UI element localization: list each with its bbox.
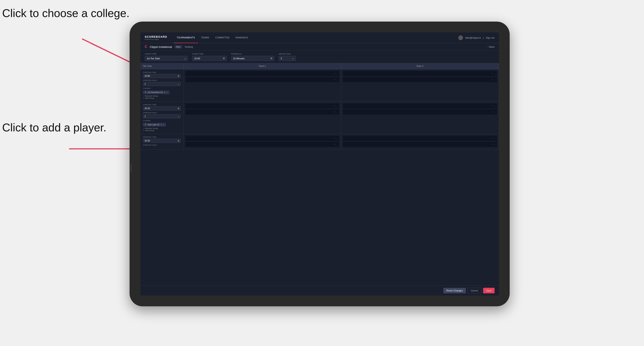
- intervals-label: Intervals: [231, 53, 274, 55]
- nav-link-committee[interactable]: COMMITTEE: [212, 32, 232, 43]
- slot-icons: ×⌄: [334, 137, 338, 140]
- separator: |: [483, 36, 484, 39]
- save-button[interactable]: Save: [483, 288, 494, 293]
- intervals-group: Intervals 10 Minutes ⊙: [231, 53, 274, 61]
- group-row-2: STARTING TIME: 10:10 ⊙ STARTING HOLE: 1 …: [140, 102, 499, 134]
- slot-icons: ×⌄: [492, 143, 496, 146]
- gender-tag: Men: [174, 45, 182, 48]
- table-header: Tee Time Team 1 Team 2: [140, 63, 499, 69]
- main-content: STARTING TIME: 10:00 ⊙ STARTING HOLE: 1 …: [140, 69, 499, 285]
- slot-icons: ×⌄: [334, 143, 338, 146]
- course-label-2: COURSE:: [143, 120, 181, 122]
- tablet-screen: SCOREBOARD Powered by clippd TOURNAMENTS…: [140, 32, 499, 296]
- course-tag-2[interactable]: 🏌 East Lake GC × ⌄: [143, 123, 166, 126]
- slot-icons: ×⌄: [334, 105, 338, 107]
- nav-bar: SCOREBOARD Powered by clippd TOURNAMENTS…: [140, 32, 499, 43]
- tournament-name: Clippd Invitational: [150, 45, 172, 48]
- player-slot-1-4[interactable]: ×⌄: [343, 77, 497, 82]
- player-slot-2-1[interactable]: ×⌄: [185, 103, 339, 109]
- player-slot-2-4[interactable]: ×⌄: [343, 109, 497, 115]
- starting-time-input-1[interactable]: 10:00 ⊙: [143, 74, 181, 78]
- start-type-input[interactable]: 1st Tee Start ⌄: [145, 56, 188, 61]
- starting-time-input-2[interactable]: 10:10 ⊙: [143, 106, 181, 110]
- course-label-1: COURSE:: [143, 87, 181, 89]
- annotation-choose-college: Click to choose a college.: [2, 6, 130, 20]
- slot-icons: ×⌄: [492, 137, 496, 140]
- slot-icons: ×⌄: [334, 111, 338, 113]
- nav-link-tournaments[interactable]: TOURNAMENTS: [174, 32, 198, 43]
- th-tee-time: Tee Time: [140, 63, 184, 69]
- player-slot-1-1[interactable]: ×⌄: [185, 71, 339, 76]
- reset-changes-button[interactable]: Reset Changes: [443, 288, 466, 293]
- team2-cell-3: ×⌄ ×⌄: [341, 134, 499, 150]
- start-time-label: Start Time: [192, 53, 227, 55]
- sub-header: C Clippd Invitational Men Hosting ‹ Back: [140, 43, 499, 51]
- nav-link-teams[interactable]: TEAMS: [198, 32, 212, 43]
- player-slot-3-3[interactable]: ×⌄: [343, 136, 497, 141]
- team2-cell-1: ×⌄ ×⌄: [341, 69, 499, 101]
- settings-row: Start Type 1st Tee Start ⌄ Start Time 10…: [140, 51, 499, 63]
- start-type-group: Start Type 1st Tee Start ⌄: [145, 53, 188, 61]
- th-team1: Team 1: [184, 63, 341, 69]
- group-size-group: Group Size 3 ⌄: [278, 53, 296, 61]
- logo-sub: Powered by clippd: [145, 38, 167, 40]
- player-slot-3-4[interactable]: ×⌄: [343, 142, 497, 147]
- user-avatar: [458, 35, 463, 40]
- starting-hole-input-2[interactable]: 1 ⌄: [143, 114, 181, 118]
- clippd-logo: C: [145, 45, 147, 49]
- slot-icons: ×⌄: [334, 79, 338, 81]
- group-size-input[interactable]: 3 ⌄: [278, 56, 296, 61]
- start-time-input[interactable]: 10:00 ⊙: [192, 56, 227, 61]
- cancel-button[interactable]: Cancel: [468, 288, 482, 293]
- group-left-3: STARTING TIME: 10:20 ⊙ STARTING HOLE:: [140, 134, 184, 150]
- add-group-2[interactable]: + Add Group: [143, 129, 181, 132]
- slot-icons: ×⌄: [492, 111, 496, 113]
- starting-time-label-2: STARTING TIME:: [143, 104, 181, 106]
- player-slot-1-2[interactable]: ×⌄: [185, 77, 339, 82]
- start-time-group: Start Time 10:00 ⊙: [192, 53, 227, 61]
- intervals-input[interactable]: 10 Minutes ⊙: [231, 56, 274, 61]
- starting-hole-label-2: STARTING HOLE:: [143, 112, 181, 114]
- tablet-frame: SCOREBOARD Powered by clippd TOURNAMENTS…: [130, 21, 510, 306]
- slot-icons: ×⌄: [334, 72, 338, 75]
- team1-cell-3: ×⌄ ×⌄: [184, 134, 341, 150]
- group-left-2: STARTING TIME: 10:10 ⊙ STARTING HOLE: 1 …: [140, 102, 184, 134]
- starting-hole-label-1: STARTING HOLE:: [143, 79, 181, 81]
- hosting-badge: Hosting: [185, 45, 193, 48]
- group-row-1: STARTING TIME: 10:00 ⊙ STARTING HOLE: 1 …: [140, 69, 499, 102]
- slot-icons: ×⌄: [492, 105, 496, 107]
- group-left-1: STARTING TIME: 10:00 ⊙ STARTING HOLE: 1 …: [140, 69, 184, 101]
- slot-icons: ×⌄: [492, 79, 496, 81]
- logo-area: SCOREBOARD Powered by clippd: [145, 35, 167, 40]
- course-tag-1[interactable]: 🏌 (A) Peachtree GC × ⌄: [143, 91, 169, 94]
- group-row-3: STARTING TIME: 10:20 ⊙ STARTING HOLE: ×⌄…: [140, 134, 499, 150]
- remove-group-1[interactable]: ○ Remove Group: [143, 95, 181, 97]
- player-slot-2-3[interactable]: ×⌄: [343, 103, 497, 109]
- team1-cell-2: ×⌄ ×⌄: [184, 102, 341, 134]
- player-slot-1-3[interactable]: ×⌄: [343, 71, 497, 76]
- starting-hole-input-1[interactable]: 1 ⌄: [143, 82, 181, 86]
- back-button[interactable]: ‹ Back: [488, 45, 494, 48]
- player-slot-2-2[interactable]: ×⌄: [185, 109, 339, 115]
- player-slot-3-1[interactable]: ×⌄: [185, 136, 339, 141]
- nav-links: TOURNAMENTS TEAMS COMMITTEE RANKINGS: [174, 32, 251, 43]
- footer-bar: Reset Changes Cancel Save: [140, 285, 499, 296]
- nav-right: blair@clippd.io | Sign out: [458, 35, 494, 40]
- add-group-1[interactable]: + Add Group: [143, 97, 181, 99]
- group-size-label: Group Size: [278, 53, 296, 55]
- starting-time-label-3: STARTING TIME:: [143, 136, 181, 138]
- starting-hole-label-3: STARTING HOLE:: [143, 144, 181, 146]
- user-email: blair@clippd.io: [465, 36, 481, 39]
- annotation-add-player: Click to add a player.: [2, 121, 106, 134]
- side-button[interactable]: [130, 164, 132, 173]
- sign-out-link[interactable]: Sign out: [486, 36, 494, 39]
- starting-time-input-3[interactable]: 10:20 ⊙: [143, 139, 181, 143]
- remove-group-2[interactable]: ○ Remove Group: [143, 127, 181, 129]
- slot-icons: ×⌄: [492, 72, 496, 75]
- nav-link-rankings[interactable]: RANKINGS: [232, 32, 251, 43]
- team1-cell-1: ×⌄ ×⌄: [184, 69, 341, 101]
- player-slot-3-2[interactable]: ×⌄: [185, 142, 339, 147]
- starting-time-label-1: STARTING TIME:: [143, 71, 181, 73]
- start-type-label: Start Type: [145, 53, 188, 55]
- logo-text: SCOREBOARD: [145, 35, 167, 38]
